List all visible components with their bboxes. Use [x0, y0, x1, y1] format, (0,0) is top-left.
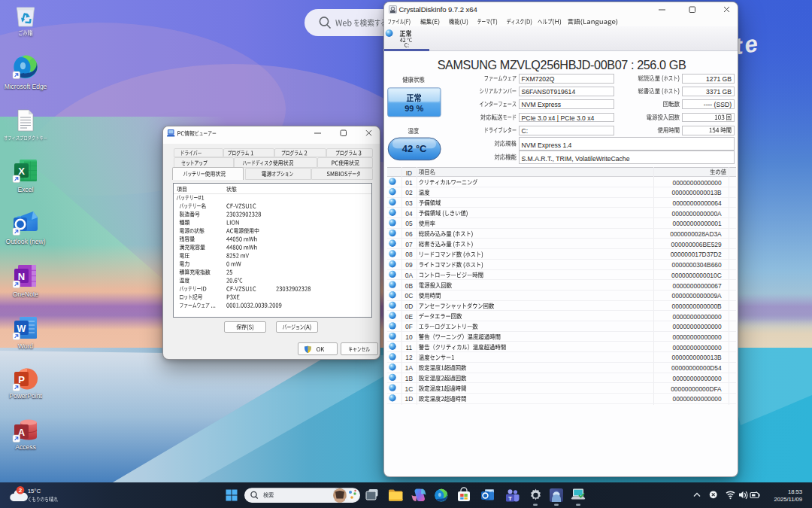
svg-text:2: 2 [19, 487, 23, 494]
svg-text:X: X [18, 166, 25, 177]
svg-text:15°C: 15°C [28, 488, 41, 494]
svg-text:P: P [18, 374, 25, 385]
svg-text:N: N [18, 271, 25, 282]
svg-text:2025/11/09: 2025/11/09 [774, 496, 802, 503]
svg-text:T: T [508, 495, 512, 502]
svg-text:18:53: 18:53 [788, 488, 802, 495]
svg-text:W: W [17, 324, 26, 334]
